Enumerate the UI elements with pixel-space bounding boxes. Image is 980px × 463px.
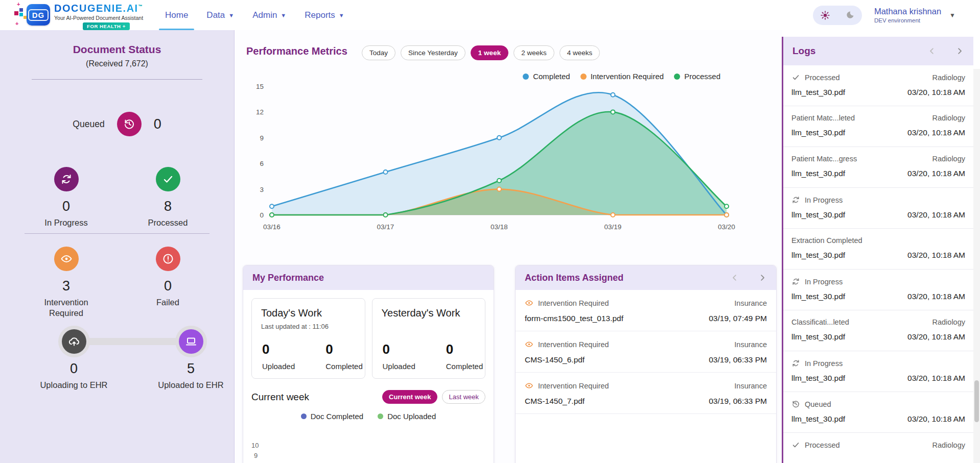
legend-label: Doc Uploaded <box>387 412 436 421</box>
user-name: Mathana krishnan <box>874 7 941 16</box>
stat-label: Processed <box>130 217 206 228</box>
brand-tagline: Your AI-Powered Document Assistant <box>54 15 143 21</box>
action-timestamp: 03/19, 06:33 PM <box>709 355 767 364</box>
legend-label: Doc Completed <box>311 412 363 421</box>
filter-today[interactable]: Today <box>362 45 395 60</box>
log-entry[interactable]: Extraction Completed llm_test_30.pdf 03/… <box>783 229 973 270</box>
action-filename: form-cms1500_test_013.pdf <box>525 314 623 323</box>
action-filename: CMS-1450_6.pdf <box>525 355 585 364</box>
filter-since-yesterday[interactable]: Since Yesterday <box>401 45 465 60</box>
sun-icon[interactable] <box>820 10 830 20</box>
app-logo[interactable]: + + DG DOCUGENIE.AI™ Your AI-Powered Doc… <box>0 0 135 30</box>
svg-text:03/20: 03/20 <box>718 223 735 231</box>
log-entry[interactable]: In Progress llm_test_30.pdf 03/20, 10:18… <box>783 270 973 310</box>
chevron-down-icon: ▼ <box>339 12 344 18</box>
action-item[interactable]: Intervention Required Insurance CMS-1450… <box>516 331 776 373</box>
log-timestamp: 03/20, 10:18 AM <box>907 88 965 97</box>
last-updated: Last updated at : 11:06 <box>261 323 356 330</box>
nav-label: Reports <box>305 10 335 20</box>
log-entry[interactable]: Patient Matc...leted Radiology llm_test_… <box>783 106 973 147</box>
filter-2-weeks[interactable]: 2 weeks <box>514 45 554 60</box>
logo-pixel-decoration <box>19 13 23 16</box>
card-title: Action Items Assigned <box>525 273 623 283</box>
nav-item-data[interactable]: Data ▼ <box>197 0 243 30</box>
stat-label: Intervention Required <box>28 297 105 319</box>
eye-icon[interactable] <box>54 247 79 271</box>
filter-4-weeks[interactable]: 4 weeks <box>559 45 600 60</box>
log-entry[interactable]: Processed Radiology llm_test_30.pdf 03/2… <box>783 65 973 106</box>
chevron-down-icon: ▼ <box>949 12 955 19</box>
action-item[interactable]: Intervention Required Insurance form-cms… <box>516 290 776 331</box>
log-entry[interactable]: Classificati...leted Radiology llm_test_… <box>783 310 973 351</box>
history-icon[interactable] <box>117 112 142 136</box>
scrollbar[interactable] <box>973 69 980 463</box>
log-category: Radiology <box>932 441 966 449</box>
user-menu[interactable]: Mathana krishnan DEV environment ▼ <box>874 7 955 23</box>
nav-item-home[interactable]: Home <box>156 0 197 30</box>
cloud-upload-icon[interactable] <box>62 329 86 354</box>
filter-last-week[interactable]: Last week <box>442 390 485 404</box>
completed-label: Completed <box>446 362 483 371</box>
completed-count: 0 <box>325 342 363 357</box>
log-filename: llm_test_30.pdf <box>791 251 845 260</box>
log-entry[interactable]: Patient Matc...gress Radiology llm_test_… <box>783 147 973 188</box>
log-entry[interactable]: In Progress llm_test_30.pdf 03/20, 10:18… <box>783 188 973 229</box>
alert-icon[interactable] <box>156 247 180 271</box>
log-status: Classificati...leted <box>791 318 849 326</box>
log-status: Extraction Completed <box>791 236 862 245</box>
sync-icon[interactable] <box>54 167 79 191</box>
scrollbar-thumb[interactable] <box>974 380 979 422</box>
card-title: My Performance <box>252 273 324 283</box>
log-entry[interactable]: Processed Radiology <box>783 433 973 463</box>
performance-metrics-chart[interactable]: 0369121503/1603/1703/1803/1903/20 <box>242 78 743 236</box>
log-timestamp: 03/20, 10:18 AM <box>907 169 965 178</box>
laptop-icon[interactable] <box>179 329 203 354</box>
stat-value: 3 <box>15 278 117 294</box>
svg-text:03/17: 03/17 <box>377 223 394 231</box>
chevron-left-icon[interactable] <box>927 46 937 56</box>
action-timestamp: 03/19, 07:49 PM <box>709 314 767 323</box>
nav-item-reports[interactable]: Reports ▼ <box>295 0 353 30</box>
legend-doc-uploaded: Doc Uploaded <box>378 412 436 421</box>
stat-value: 0 <box>117 278 219 294</box>
stat-value: 0 <box>15 199 117 214</box>
top-header: + + DG DOCUGENIE.AI™ Your AI-Powered Doc… <box>0 0 980 30</box>
stat-label: Uploading to EHR <box>36 380 112 391</box>
action-category: Insurance <box>734 299 767 307</box>
moon-icon[interactable] <box>845 10 855 20</box>
filter-current-week[interactable]: Current week <box>382 390 437 404</box>
log-timestamp: 03/20, 10:18 AM <box>907 415 965 424</box>
chevron-right-icon[interactable] <box>955 46 964 56</box>
legend-doc-completed: Doc Completed <box>301 412 363 421</box>
completed-count: 0 <box>446 342 483 357</box>
action-timestamp: 03/19, 06:33 PM <box>709 397 767 406</box>
nav-item-admin[interactable]: Admin ▼ <box>243 0 295 30</box>
brand-name: DOCUGENIE.AI™ <box>54 3 143 14</box>
check-icon <box>791 441 800 449</box>
action-item[interactable]: Intervention Required Insurance CMS-1450… <box>516 373 776 414</box>
svg-text:15: 15 <box>256 83 264 90</box>
filter-1-week[interactable]: 1 week <box>471 45 508 60</box>
subcard-title: Today's Work <box>261 307 356 319</box>
chevron-left-icon[interactable] <box>730 273 739 282</box>
action-category: Insurance <box>734 340 767 349</box>
docugenie-dashboard: + + DG DOCUGENIE.AI™ Your AI-Powered Doc… <box>0 0 980 463</box>
log-status: Patient Matc...leted <box>791 114 855 122</box>
legend-dot <box>378 413 383 419</box>
log-status: In Progress <box>805 359 843 368</box>
stat-label: Uploaded to EHR <box>153 380 229 391</box>
log-entry[interactable]: Queued llm_test_30.pdf 03/20, 10:18 AM <box>783 392 973 433</box>
stat-uploaded-to-ehr: 5 Uploaded to EHR <box>132 329 235 391</box>
logo-monogram: DG <box>28 9 49 21</box>
stat-label: In Progress <box>28 217 105 228</box>
divider <box>32 79 202 80</box>
action-category: Insurance <box>734 382 767 390</box>
divider <box>25 233 209 234</box>
logo-monogram-tile: DG <box>27 4 50 26</box>
check-icon[interactable] <box>156 167 180 191</box>
theme-toggle[interactable] <box>813 6 862 25</box>
stat-queued: Queued 0 <box>0 112 234 136</box>
svg-text:12: 12 <box>256 108 264 116</box>
chevron-right-icon[interactable] <box>758 273 767 282</box>
log-entry[interactable]: In Progress llm_test_30.pdf 03/20, 10:18… <box>783 351 973 392</box>
